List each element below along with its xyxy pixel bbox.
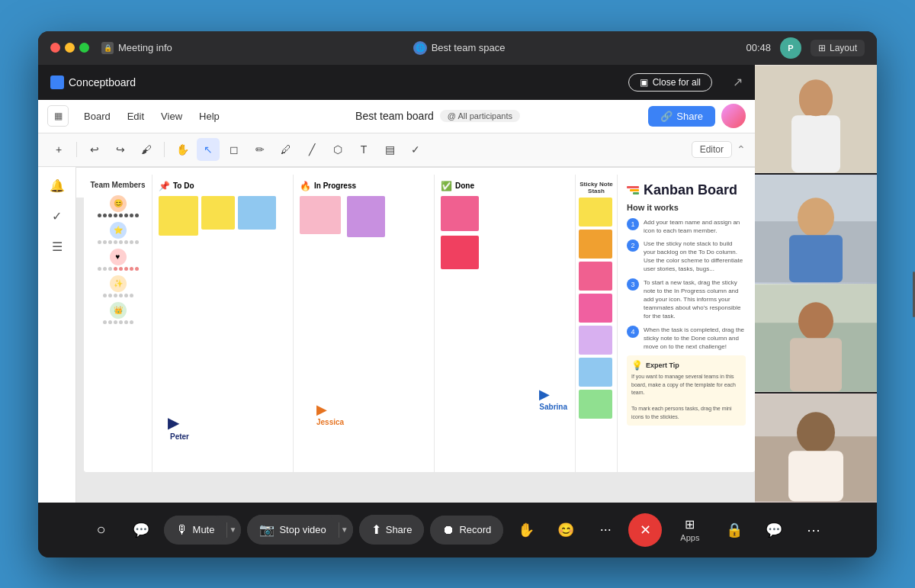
minimize-button[interactable]	[65, 43, 75, 53]
layout-button[interactable]: ⊞ Layout	[811, 40, 865, 56]
video-group: 📷 Stop video ▼	[247, 515, 352, 545]
meeting-icon: 🔒	[101, 42, 114, 54]
tasks-button[interactable]: ✓	[44, 204, 70, 230]
mute-button[interactable]: 🎙 Mute	[164, 516, 227, 545]
sticky-done-2	[441, 236, 479, 269]
format-paint-button[interactable]: 🖌	[135, 138, 158, 161]
text-tool[interactable]: T	[352, 138, 375, 161]
person-svg-2	[755, 175, 877, 284]
todo-header: 📌 To Do	[159, 181, 287, 191]
menu-edit[interactable]: Edit	[120, 108, 152, 125]
meeting-info[interactable]: 🔒 Meeting info	[101, 42, 172, 54]
member-avatar-1: 😊	[110, 195, 127, 212]
shape-tool[interactable]: ⬡	[326, 138, 349, 161]
share-icon-tb: ⬆	[371, 522, 381, 537]
member-row-2: ⭐	[87, 222, 149, 244]
maximize-button[interactable]	[79, 43, 89, 53]
marker-tool[interactable]: 🖊	[274, 138, 297, 161]
share-icon: 🔗	[660, 111, 673, 122]
menu-view[interactable]: View	[153, 108, 190, 125]
svg-rect-7	[789, 235, 843, 282]
stash-pink	[579, 262, 612, 291]
member-avatar-2: ⭐	[110, 222, 127, 239]
share-button[interactable]: 🔗 Share	[648, 106, 715, 127]
canvas-area[interactable]: Team Members 😊	[76, 167, 755, 503]
eraser-tool[interactable]: ◻	[223, 138, 246, 161]
undo-button[interactable]: ↩	[83, 138, 106, 161]
close-button[interactable]	[50, 43, 60, 53]
toolbar-sep-1	[76, 142, 77, 157]
kanban-step-4: 4 When the task is completed, drag the s…	[627, 326, 746, 352]
security-button[interactable]: 🔒	[718, 513, 751, 547]
board-title-center: Best team board @ All participants	[227, 110, 648, 122]
sticky-todo-1	[159, 196, 198, 236]
kanban-step-2: 2 Use the sticky note stack to build you…	[627, 239, 746, 274]
external-link-icon[interactable]: ↗	[733, 75, 743, 89]
comments-button[interactable]: ☰	[44, 234, 70, 260]
toolbar-right: Editor ⌃	[692, 141, 746, 158]
pen-tool[interactable]: ✏	[249, 138, 271, 161]
table-tool[interactable]: ▤	[378, 138, 401, 161]
title-bar: 🔒 Meeting info 🌐 Best team space 00:48 P…	[38, 31, 877, 65]
overflow-button[interactable]: ⋯	[797, 513, 830, 547]
record-button[interactable]: ⏺ Record	[430, 516, 503, 545]
more-button[interactable]: ···	[589, 513, 622, 547]
mute-group: 🎙 Mute ▼	[164, 516, 242, 545]
sticky-done-1	[441, 196, 479, 231]
share-button-tb[interactable]: ⬆ Share	[359, 515, 425, 545]
apps-group: ⊞ Apps	[668, 509, 711, 550]
end-call-button[interactable]: ✕	[628, 513, 662, 547]
member-dots-3	[95, 267, 141, 271]
board-toolbar: + ↩ ↪ 🖌 ✋ ↖ ◻ ✏ 🖊 ╱ ⬡ T ▤ ✓ Editor ⌃	[38, 133, 755, 167]
chat-button[interactable]: 💬	[124, 513, 158, 547]
bottom-toolbar: ○ 💬 🎙 Mute ▼ 📷 Stop video ▼ ⬆ Share	[38, 503, 877, 557]
stash-blue	[579, 358, 612, 387]
apps-label: Apps	[680, 533, 699, 542]
editor-badge: Editor	[692, 141, 732, 158]
traffic-lights	[50, 43, 89, 53]
select-tool[interactable]: ↖	[197, 138, 220, 161]
kanban-subtitle: How it works	[627, 203, 746, 212]
check-tool[interactable]: ✓	[404, 138, 427, 161]
toolbar-sep-2	[164, 142, 165, 157]
add-button[interactable]: +	[47, 138, 70, 161]
apps-button[interactable]: ⊞ Apps	[668, 509, 711, 550]
apps-icon: ⊞	[685, 517, 695, 532]
main-window: 🔒 Meeting info 🌐 Best team space 00:48 P…	[38, 31, 877, 557]
notifications-button[interactable]: 🔔	[44, 173, 70, 199]
svg-point-6	[798, 198, 834, 237]
inprogress-col: 🔥 In Progress ▶ Jessica	[294, 175, 435, 472]
close-for-all-button[interactable]: ▣ Close for all	[628, 73, 712, 92]
line-tool[interactable]: ╱	[300, 138, 323, 161]
svg-rect-2	[791, 115, 840, 172]
menu-board[interactable]: Board	[76, 108, 118, 125]
layout-icon: ⊞	[818, 43, 826, 53]
record-group: ⏺ Record	[430, 516, 503, 545]
mute-chevron[interactable]: ▼	[227, 518, 241, 541]
redo-button[interactable]: ↪	[109, 138, 132, 161]
team-members-col: Team Members 😊	[84, 175, 152, 472]
reactions-button[interactable]: ✋	[509, 513, 543, 547]
video-chevron[interactable]: ▼	[339, 518, 353, 541]
video-panel	[755, 65, 877, 503]
sticky-todo-3	[238, 196, 276, 230]
chat-icon-btn[interactable]: 💬	[757, 513, 791, 547]
stop-video-button[interactable]: 📷 Stop video	[247, 515, 338, 545]
team-members-header: Team Members	[87, 181, 149, 189]
board-menu-icon[interactable]: ▦	[47, 105, 69, 127]
emoji-button[interactable]: 😊	[549, 513, 583, 547]
participants-badge[interactable]: @ All participants	[440, 110, 520, 122]
peter-cursor: ▶ Peter	[168, 413, 191, 442]
kanban-step-3: 3 To start a new task, drag the sticky n…	[627, 278, 746, 321]
svg-rect-11	[790, 338, 842, 391]
profile-icon-btn[interactable]: ○	[85, 513, 118, 547]
hand-tool[interactable]: ✋	[171, 138, 194, 161]
main-content: Conceptboard ▣ Close for all ↗ ▦ Board E…	[38, 65, 877, 503]
space-icon: 🌐	[413, 41, 427, 55]
share-label: Share	[676, 111, 703, 122]
sticky-ip-2	[347, 196, 385, 237]
collapse-icon[interactable]: ⌃	[737, 143, 746, 156]
member-avatar-3: ♥	[110, 249, 127, 265]
board-menu: ▦ Board Edit View Help Best team board @…	[38, 100, 755, 133]
menu-help[interactable]: Help	[191, 108, 227, 125]
